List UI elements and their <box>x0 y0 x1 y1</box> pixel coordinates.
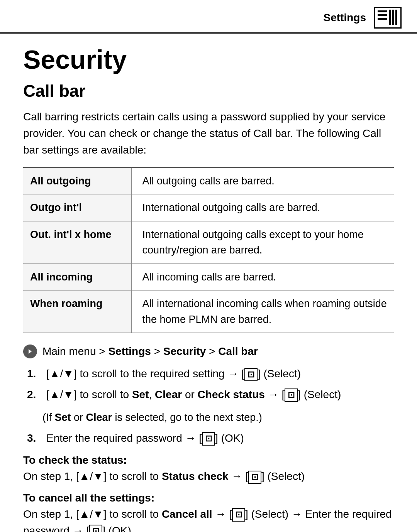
table-cell-label: All outgoing <box>23 167 131 194</box>
svg-rect-4 <box>392 10 394 25</box>
nav-path-text: Main menu > Settings > Security > Call b… <box>42 345 258 358</box>
svg-rect-1 <box>378 14 387 16</box>
sub-section-check-status: To check the status: On step 1, [▲/▼] to… <box>23 454 394 485</box>
nav-arrow-icon <box>23 345 37 358</box>
table-cell-label: All incoming <box>23 263 131 290</box>
page-title: Security <box>23 45 394 74</box>
step-content: Enter the required password → [⊡] (OK) <box>46 430 394 446</box>
steps-list: 1. [▲/▼] to scroll to the required setti… <box>23 365 394 403</box>
sub-section-title: To cancel all the settings: <box>23 492 394 504</box>
nav-path: Main menu > Settings > Security > Call b… <box>23 345 394 358</box>
table-cell-label: When roaming <box>23 290 131 333</box>
sub-section-text: On step 1, [▲/▼] to scroll to Status che… <box>23 468 394 485</box>
table-cell-label: Out. int'l x home <box>23 221 131 263</box>
table-row: Outgo int'l International outgoing calls… <box>23 194 394 221</box>
table-row: Out. int'l x home International outgoing… <box>23 221 394 263</box>
svg-rect-0 <box>378 10 387 12</box>
table-cell-desc: International outgoing calls are barred. <box>131 194 394 221</box>
list-item: 1. [▲/▼] to scroll to the required setti… <box>27 365 394 382</box>
header-title: Settings <box>324 12 366 24</box>
step-number: 1. <box>27 365 46 382</box>
steps-list-3: 3. Enter the required password → [⊡] (OK… <box>23 430 394 446</box>
table-cell-desc: All international incoming calls when ro… <box>131 290 394 333</box>
settings-icon <box>376 9 399 27</box>
sub-section-title: To check the status: <box>23 454 394 466</box>
table-cell-desc: All outgoing calls are barred. <box>131 167 394 194</box>
table-row: When roaming All international incoming … <box>23 290 394 333</box>
step-sub-note: (If Set or Clear is selected, go to the … <box>23 410 394 426</box>
step-content: [▲/▼] to scroll to the required setting … <box>46 365 394 382</box>
svg-rect-2 <box>378 18 387 20</box>
table-cell-desc: International outgoing calls except to y… <box>131 221 394 263</box>
table-row: All outgoing All outgoing calls are barr… <box>23 167 394 194</box>
sub-section-cancel-all: To cancel all the settings: On step 1, [… <box>23 492 394 532</box>
svg-rect-5 <box>395 10 397 25</box>
table-cell-desc: All incoming calls are barred. <box>131 263 394 290</box>
sub-section-text: On step 1, [▲/▼] to scroll to Cancel all… <box>23 506 394 532</box>
intro-paragraph: Call barring restricts certain calls usi… <box>23 108 394 159</box>
list-item: 3. Enter the required password → [⊡] (OK… <box>27 430 394 446</box>
step-number: 3. <box>27 430 46 446</box>
table-row: All incoming All incoming calls are barr… <box>23 263 394 290</box>
header-icon <box>374 7 402 29</box>
call-bar-table: All outgoing All outgoing calls are barr… <box>23 167 394 333</box>
step-content: [▲/▼] to scroll to Set, Clear or Check s… <box>46 386 394 403</box>
page-header: Settings <box>0 0 417 34</box>
step-number: 2. <box>27 386 46 403</box>
table-cell-label: Outgo int'l <box>23 194 131 221</box>
main-content: Security Call bar Call barring restricts… <box>0 34 417 532</box>
list-item: 2. [▲/▼] to scroll to Set, Clear or Chec… <box>27 386 394 403</box>
svg-rect-3 <box>389 10 391 25</box>
section-title: Call bar <box>23 81 394 101</box>
